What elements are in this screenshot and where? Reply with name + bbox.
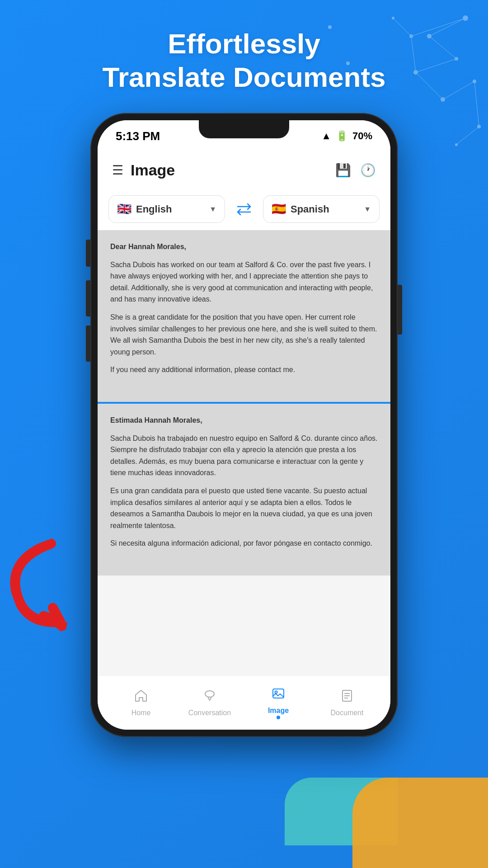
source-para1: Sacha Dubois has worked on our team at S…	[110, 259, 378, 305]
status-icons: ▲ 🔋 70%	[321, 130, 372, 142]
source-language-dropdown[interactable]: 🇬🇧 English ▼	[108, 195, 225, 223]
conversation-label: Conversation	[188, 709, 231, 717]
svg-point-24	[205, 691, 214, 697]
page-title: Effortlessly Translate Documents	[0, 27, 488, 94]
translated-para3: Si necesita alguna información adicional…	[110, 538, 378, 549]
source-salutation: Dear Hannah Morales,	[110, 243, 186, 250]
app-header-left: ☰ Image	[112, 161, 175, 179]
source-para3: If you need any additional information, …	[110, 364, 378, 376]
save-icon[interactable]: 💾	[335, 163, 351, 178]
target-chevron-icon: ▼	[364, 205, 371, 213]
battery-icon: 🔋	[336, 130, 348, 142]
swap-languages-button[interactable]	[230, 198, 258, 220]
history-icon[interactable]: 🕐	[360, 163, 376, 178]
nav-image[interactable]: Image	[244, 686, 313, 719]
nav-document[interactable]: Document	[313, 689, 381, 717]
svg-rect-25	[273, 689, 284, 698]
svg-point-26	[275, 691, 277, 693]
home-label: Home	[131, 709, 151, 717]
target-language-name: Spanish	[291, 203, 359, 215]
phone-mockup: 5:13 PM ▲ 🔋 70% ☰ Image 💾 🕐	[90, 113, 398, 737]
translated-para2: Es una gran candidata para el puesto que…	[110, 485, 378, 531]
image-label: Image	[268, 707, 289, 715]
home-icon	[134, 689, 148, 706]
battery-text: 70%	[352, 130, 372, 142]
nav-home[interactable]: Home	[107, 689, 175, 717]
title-text: Effortlessly Translate Documents	[0, 27, 488, 94]
target-language-dropdown[interactable]: 🇪🇸 Spanish ▼	[263, 195, 380, 223]
source-para2: She is a great candidate for the positio…	[110, 311, 378, 358]
source-language-name: English	[136, 203, 205, 215]
app-header: ☰ Image 💾 🕐	[98, 152, 390, 188]
target-flag: 🇪🇸	[272, 202, 286, 216]
translated-salutation: Estimada Hannah Morales,	[110, 416, 202, 424]
active-indicator	[277, 716, 280, 719]
notch	[199, 120, 289, 138]
app-header-right: 💾 🕐	[335, 163, 376, 178]
nav-conversation[interactable]: Conversation	[175, 689, 244, 717]
source-document-panel: Dear Hannah Morales, Sacha Dubois has wo…	[98, 230, 390, 402]
document-icon	[340, 689, 354, 706]
app-title: Image	[131, 161, 175, 179]
language-selector: 🇬🇧 English ▼ 🇪🇸 Spanish ▼	[98, 188, 390, 230]
content-area: Dear Hannah Morales, Sacha Dubois has wo…	[98, 230, 390, 675]
translated-para1: Sacha Dubois ha trabajado en nuestro equ…	[110, 433, 378, 479]
image-icon	[271, 686, 286, 704]
source-flag: 🇬🇧	[117, 202, 131, 216]
signal-icon: ▲	[321, 130, 331, 142]
red-arrow	[0, 533, 101, 652]
document-label: Document	[331, 709, 364, 717]
source-chevron-icon: ▼	[209, 205, 216, 213]
translated-document-panel: Estimada Hannah Morales, Sacha Dubois ha…	[98, 404, 390, 576]
bottom-navigation: Home Conversation	[98, 675, 390, 730]
conversation-icon	[202, 689, 217, 706]
svg-line-22	[456, 127, 479, 145]
menu-icon[interactable]: ☰	[112, 163, 123, 178]
status-time: 5:13 PM	[116, 129, 160, 143]
